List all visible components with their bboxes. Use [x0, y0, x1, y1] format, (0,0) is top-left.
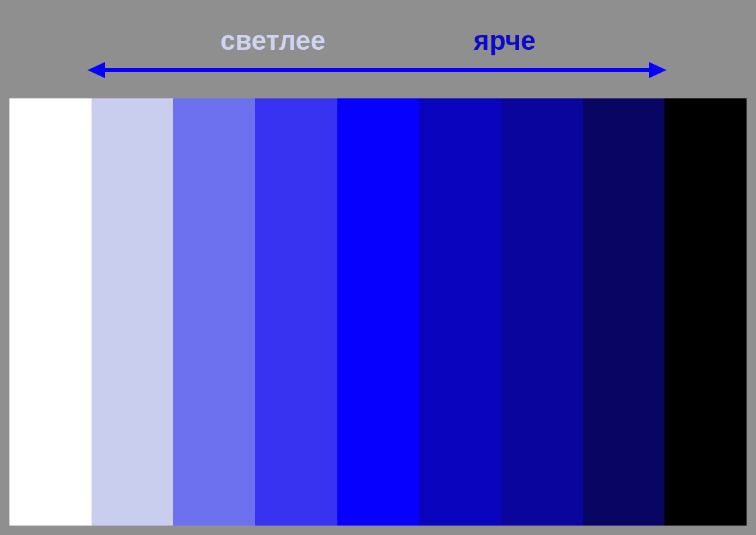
- arrow-line: [101, 68, 653, 72]
- swatch-dark-blue-1: [419, 98, 501, 526]
- swatch-black: [664, 98, 747, 526]
- swatch-light-blue: [173, 98, 255, 526]
- label-brighter: ярче: [474, 26, 536, 56]
- double-arrow-icon: [88, 62, 666, 78]
- labels-row: светлее ярче: [0, 26, 756, 56]
- swatch-navy: [583, 98, 665, 526]
- swatch-dark-blue-2: [501, 98, 583, 526]
- swatch-blue: [337, 98, 419, 526]
- swatch-lavender: [92, 98, 174, 526]
- arrow-right-head-icon: [649, 62, 666, 78]
- label-lighter: светлее: [220, 26, 325, 56]
- header: светлее ярче: [0, 11, 756, 92]
- swatch-royal-blue: [255, 98, 337, 526]
- swatch-white: [9, 98, 92, 526]
- swatch-row: [9, 98, 747, 526]
